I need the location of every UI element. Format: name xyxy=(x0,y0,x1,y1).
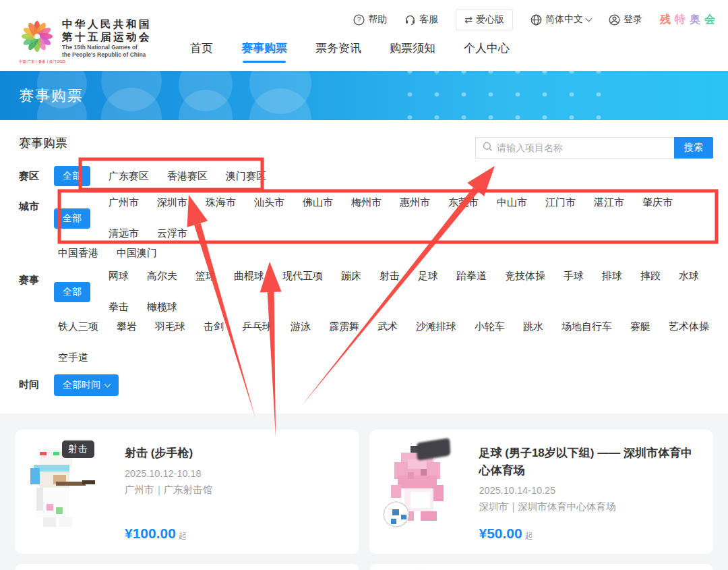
customer-service-link[interactable]: 客服 xyxy=(404,13,438,26)
city-option[interactable]: 惠州市 xyxy=(400,196,430,209)
event-location: 深圳市｜深圳市体育中心体育场 xyxy=(479,501,700,513)
sport-option[interactable]: 赛艇 xyxy=(630,320,650,333)
sport-option[interactable]: 艺术体操 xyxy=(669,320,709,333)
sport-option[interactable]: 水球 xyxy=(679,270,699,283)
city-option[interactable]: 湛江市 xyxy=(594,196,624,209)
sport-option[interactable]: 游泳 xyxy=(291,320,311,333)
sport-option[interactable]: 足球 xyxy=(418,270,438,283)
banner-title: 赛事购票 xyxy=(19,71,84,120)
city-all-button[interactable]: 全部 xyxy=(54,208,90,229)
sport-option[interactable]: 摔跤 xyxy=(640,270,661,283)
city-option[interactable]: 中山市 xyxy=(497,196,527,209)
sport-option[interactable]: 曲棍球 xyxy=(234,270,264,283)
sport-badge: 射击 xyxy=(62,440,94,458)
sport-option[interactable]: 小轮车 xyxy=(475,320,505,333)
sport-option[interactable]: 场地自行车 xyxy=(562,320,612,333)
login-button[interactable]: 登录 xyxy=(609,13,642,26)
headset-icon xyxy=(404,14,416,26)
nav-item-个人中心[interactable]: 个人中心 xyxy=(464,40,510,63)
sport-option[interactable]: 乒乓球 xyxy=(242,320,272,333)
region-option[interactable]: 澳门赛区 xyxy=(226,170,266,183)
sport-options-row2: 铁人三项攀岩羽毛球击剑乒乓球游泳霹雳舞武术沙滩排球小轮车跳水场地自行车赛艇艺术体… xyxy=(58,320,709,364)
event-date: 2025.10.14-10.25 xyxy=(479,485,700,496)
sport-option[interactable]: 跆拳道 xyxy=(456,270,487,283)
sport-option[interactable]: 篮球 xyxy=(195,270,216,283)
event-card[interactable]: 足球 (男子18岁以下组) —— 深圳市体育中心体育场 2025.10.14-1… xyxy=(369,430,714,554)
city-option[interactable]: 中国香港 xyxy=(58,247,98,260)
sport-option[interactable]: 击剑 xyxy=(204,320,224,333)
event-card[interactable]: 足球 足球 (男子18岁 xyxy=(369,564,714,570)
nav-item-票务资讯[interactable]: 票务资讯 xyxy=(315,40,361,63)
event-card[interactable]: 足球 足球 (男子18岁以下组) —— 深 xyxy=(15,564,359,570)
sport-option[interactable]: 高尔夫 xyxy=(147,270,177,283)
sport-option[interactable]: 跳水 xyxy=(523,320,543,333)
search-input[interactable] xyxy=(497,142,667,153)
city-option[interactable]: 肇庆市 xyxy=(642,196,673,209)
sport-option[interactable]: 武术 xyxy=(377,320,398,333)
time-value: 全部时间 xyxy=(63,379,100,391)
city-option[interactable]: 云浮市 xyxy=(157,227,187,240)
para-games-link[interactable]: 残特奥会 xyxy=(660,13,716,27)
sport-option[interactable]: 射击 xyxy=(380,270,400,283)
sport-option[interactable]: 羽毛球 xyxy=(155,320,185,333)
sport-option[interactable]: 现代五项 xyxy=(282,270,323,283)
price-value: ¥50.00 xyxy=(479,525,522,541)
sport-option[interactable]: 攀岩 xyxy=(117,320,137,333)
city-option[interactable]: 梅州市 xyxy=(351,196,382,209)
accessible-label: 爱心版 xyxy=(476,13,504,26)
city-option[interactable]: 江门市 xyxy=(545,196,576,209)
sport-option[interactable]: 橄榄球 xyxy=(147,301,177,314)
sport-option[interactable]: 沙滩排球 xyxy=(416,320,456,333)
search-bar: 搜索 xyxy=(475,137,713,159)
page-banner: 赛事购票 xyxy=(0,71,728,120)
city-option[interactable]: 广州市 xyxy=(109,196,139,209)
sport-option[interactable]: 网球 xyxy=(109,270,129,283)
nav-item-购票须知[interactable]: 购票须知 xyxy=(390,40,435,63)
sport-all-button[interactable]: 全部 xyxy=(54,282,90,302)
region-all-button[interactable]: 全部 xyxy=(54,166,90,186)
main-nav: 首页赛事购票票务资讯购票须知个人中心 xyxy=(190,40,510,63)
filter-label-time: 时间 xyxy=(19,374,54,396)
sport-options-row1: 网球高尔夫篮球曲棍球现代五项蹦床射击足球跆拳道竞技体操手球排球摔跤水球拳击橄榄球 xyxy=(109,270,709,314)
price-suffix: 起 xyxy=(525,531,533,540)
city-option[interactable]: 中国澳门 xyxy=(117,247,157,260)
question-circle-icon: ? xyxy=(353,14,365,26)
language-selector[interactable]: 简体中文 xyxy=(530,13,591,26)
para-games-char: 特 xyxy=(675,13,686,27)
logo-en-line2: the People's Republic of China xyxy=(62,51,152,59)
chevron-down-icon xyxy=(586,15,593,22)
event-price: ¥100.00起 xyxy=(125,525,187,542)
page-header: 中国·广东｜香港｜澳门 2025 中华人民共和国 第十五届运动会 The 15t… xyxy=(0,0,728,71)
region-option[interactable]: 香港赛区 xyxy=(167,170,208,183)
sport-option[interactable]: 排球 xyxy=(602,270,622,283)
filter-label-region: 赛区 xyxy=(19,166,54,186)
sport-option[interactable]: 蹦床 xyxy=(341,270,361,283)
sport-option[interactable]: 空手道 xyxy=(58,351,88,364)
time-dropdown[interactable]: 全部时间 xyxy=(54,374,119,396)
help-link[interactable]: ? 帮助 xyxy=(353,13,387,26)
city-option[interactable]: 清远市 xyxy=(109,227,139,240)
city-option[interactable]: 汕头市 xyxy=(254,196,284,209)
search-button[interactable]: 搜索 xyxy=(674,137,713,159)
para-games-char: 残 xyxy=(660,13,671,27)
region-options: 广东赛区香港赛区澳门赛区 xyxy=(109,170,266,183)
nav-item-赛事购票[interactable]: 赛事购票 xyxy=(241,40,287,63)
event-card[interactable]: 射击 射击 (步手枪) xyxy=(15,430,359,554)
city-option[interactable]: 佛山市 xyxy=(303,196,333,209)
svg-text:?: ? xyxy=(357,16,361,24)
topbar-utilities: ? 帮助 客服 ⇄ 爱心版 简体中文 登录 残特奥会 xyxy=(353,9,716,30)
sport-option[interactable]: 手球 xyxy=(564,270,584,283)
event-card-grid: 射击 射击 (步手枪) xyxy=(0,414,728,570)
event-location: 广州市｜广东射击馆 xyxy=(125,484,346,496)
sport-option[interactable]: 铁人三项 xyxy=(58,320,98,333)
city-option[interactable]: 珠海市 xyxy=(206,196,236,209)
region-option[interactable]: 广东赛区 xyxy=(109,170,149,183)
accessible-version-button[interactable]: ⇄ 爱心版 xyxy=(456,9,513,30)
sport-option[interactable]: 拳击 xyxy=(109,301,129,314)
city-option[interactable]: 深圳市 xyxy=(157,196,187,209)
sport-option[interactable]: 竞技体操 xyxy=(505,270,545,283)
nav-item-首页[interactable]: 首页 xyxy=(190,40,213,63)
globe-icon xyxy=(530,14,542,26)
sport-option[interactable]: 霹雳舞 xyxy=(329,320,359,333)
city-option[interactable]: 东莞市 xyxy=(448,196,479,209)
